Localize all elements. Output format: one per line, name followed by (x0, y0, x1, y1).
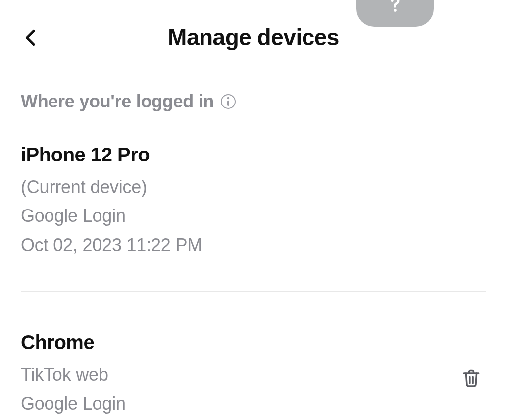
page-title: Manage devices (0, 24, 507, 51)
device-item: Chrome TikTok web Google Login Oct 02, 2… (21, 331, 486, 420)
svg-rect-2 (227, 101, 229, 106)
trash-icon (460, 367, 482, 390)
device-current-label: (Current device) (21, 173, 486, 202)
device-time: Oct 02, 2023 11:22 PM (21, 231, 486, 260)
header: Manage devices (0, 0, 507, 67)
section-header: Where you're logged in (21, 91, 507, 112)
svg-point-1 (227, 97, 230, 100)
device-item-current: iPhone 12 Pro (Current device) Google Lo… (21, 144, 486, 292)
device-login: Google Login (21, 389, 460, 418)
device-platform: TikTok web (21, 361, 460, 389)
device-time: Oct 02, 2023 11:31 PM (21, 419, 460, 420)
device-name: iPhone 12 Pro (21, 144, 486, 166)
device-login: Google Login (21, 202, 486, 230)
info-icon (225, 97, 232, 106)
device-name: Chrome (21, 331, 460, 354)
section-label: Where you're logged in (21, 91, 214, 112)
info-button[interactable] (221, 94, 236, 109)
remove-device-button[interactable] (460, 367, 483, 390)
